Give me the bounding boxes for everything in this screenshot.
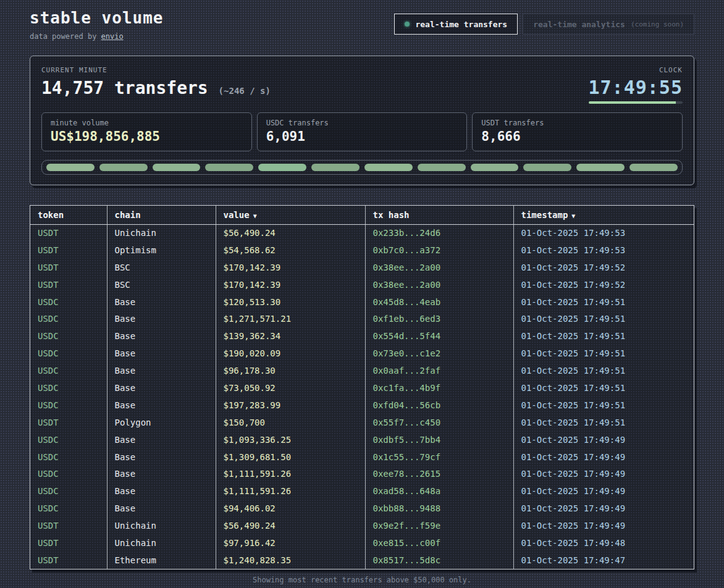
stat-value: 8,666 (481, 129, 673, 144)
tx-hash-cell[interactable]: 0xb7c0...a372 (365, 242, 513, 259)
tx-hash-cell[interactable]: 0x554d...5f44 (365, 327, 513, 345)
value-cell: $1,111,591.26 (216, 482, 365, 500)
table-row: USDCBase$1,111,591.260xee78...261501-Oct… (30, 465, 694, 482)
chain-cell: Base (107, 500, 216, 517)
value-cell: $56,490.24 (216, 224, 365, 242)
value-cell: $1,309,681.50 (216, 448, 365, 466)
table-body: USDTUnichain$56,490.240x233b...24d601-Oc… (30, 224, 694, 569)
timestamp-cell: 01-Oct-2025 17:49:49 (513, 517, 694, 534)
chain-cell: Polygon (107, 414, 216, 431)
tx-hash-cell[interactable]: 0xe815...c00f (365, 534, 513, 552)
table-row: USDCBase$190,020.090x73e0...c1e201-Oct-2… (30, 345, 694, 362)
tx-hash-cell[interactable]: 0x9e2f...f59e (365, 517, 513, 534)
column-label: value (224, 210, 250, 220)
value-cell: $1,271,571.21 (216, 310, 365, 327)
tx-hash-cell[interactable]: 0xfd04...56cb (365, 397, 513, 414)
token-cell: USDT (30, 534, 107, 552)
token-cell: USDC (30, 310, 107, 327)
tx-hash-cell[interactable]: 0xee78...2615 (365, 465, 513, 482)
timestamp-cell: 01-Oct-2025 17:49:53 (513, 242, 694, 259)
token-cell: USDT (30, 517, 107, 534)
token-cell: USDC (30, 482, 107, 500)
activity-segment (99, 164, 148, 171)
activity-segment (364, 164, 413, 171)
chain-cell: Unichain (107, 534, 216, 552)
table-row: USDCBase$73,050.920xc1fa...4b9f01-Oct-20… (30, 379, 694, 397)
tab-transfers-label: real-time transfers (415, 20, 507, 29)
chain-cell: Unichain (107, 517, 216, 534)
activity-segment (311, 164, 360, 171)
tx-hash-cell[interactable]: 0xf1eb...6ed3 (365, 310, 513, 327)
stat-minute-volume: minute volume US$198,856,885 (41, 112, 252, 151)
tab-real-time-analytics[interactable]: real-time analytics (coming soon) (523, 14, 694, 35)
timestamp-cell: 01-Oct-2025 17:49:47 (513, 552, 694, 569)
table-row: USDTUnichain$97,916.420xe815...c00f01-Oc… (30, 534, 694, 552)
timestamp-cell: 01-Oct-2025 17:49:51 (513, 345, 694, 362)
token-cell: USDT (30, 259, 107, 276)
timestamp-cell: 01-Oct-2025 17:49:51 (513, 327, 694, 345)
table-row: USDCBase$120,513.300x45d8...4eab01-Oct-2… (30, 293, 694, 311)
footer-note: Showing most recent transfers above $50,… (0, 576, 724, 584)
timestamp-cell: 01-Oct-2025 17:49:51 (513, 362, 694, 379)
tx-hash-cell[interactable]: 0xbb88...9488 (365, 500, 513, 517)
tx-hash-cell[interactable]: 0x0aaf...2faf (365, 362, 513, 379)
chain-cell: Base (107, 293, 216, 311)
tx-hash-cell[interactable]: 0x55f7...c450 (365, 414, 513, 431)
tx-hash-cell[interactable]: 0x73e0...c1e2 (365, 345, 513, 362)
value-cell: $1,093,336.25 (216, 431, 365, 448)
timestamp-cell: 01-Oct-2025 17:49:49 (513, 500, 694, 517)
tx-hash-cell[interactable]: 0x45d8...4eab (365, 293, 513, 311)
tab-bar: real-time transfers real-time analytics … (394, 14, 694, 35)
value-cell: $197,283.99 (216, 397, 365, 414)
tx-hash-cell[interactable]: 0x38ee...2a00 (365, 276, 513, 293)
chain-cell: Base (107, 431, 216, 448)
column-header-timestamp[interactable]: timestamp▼ (513, 206, 694, 224)
table-row: USDTEthereum$1,240,828.350x8517...5d8c01… (30, 552, 694, 569)
token-cell: USDC (30, 431, 107, 448)
clock-block: CLOCK 17:49:55 (589, 66, 683, 104)
chain-cell: BSC (107, 276, 216, 293)
powered-by-prefix: data powered by (30, 32, 101, 41)
token-cell: USDC (30, 500, 107, 517)
activity-segment (471, 164, 519, 171)
tx-hash-cell[interactable]: 0xc1fa...4b9f (365, 379, 513, 397)
chain-cell: Base (107, 362, 216, 379)
table-row: USDTBSC$170,142.390x38ee...2a0001-Oct-20… (30, 276, 694, 293)
chain-cell: Base (107, 379, 216, 397)
activity-segment (523, 164, 571, 171)
transfer-count-unit: transfers (104, 78, 218, 98)
stat-value: US$198,856,885 (51, 129, 243, 144)
column-header-chain: chain (107, 206, 216, 224)
tx-hash-cell[interactable]: 0x38ee...2a00 (365, 259, 513, 276)
tab-real-time-transfers[interactable]: real-time transfers (394, 14, 518, 35)
top-bar: stable volume data powered by envio real… (0, 0, 724, 41)
table-row: USDTUnichain$56,490.240x9e2f...f59e01-Oc… (30, 517, 694, 534)
value-cell: $1,240,828.35 (216, 552, 365, 569)
tx-hash-cell[interactable]: 0xdbf5...7bb4 (365, 431, 513, 448)
sort-desc-icon: ▼ (253, 212, 257, 219)
tx-hash-cell[interactable]: 0xad58...648a (365, 482, 513, 500)
value-cell: $73,050.92 (216, 379, 365, 397)
column-header-value[interactable]: value▼ (216, 206, 365, 224)
table-row: USDTBSC$170,142.390x38ee...2a0001-Oct-20… (30, 259, 694, 276)
value-cell: $190,020.09 (216, 345, 365, 362)
stat-usdt-transfers: USDT transfers 8,666 (472, 112, 683, 151)
token-cell: USDC (30, 465, 107, 482)
token-cell: USDT (30, 414, 107, 431)
chain-cell: Unichain (107, 224, 216, 242)
timestamp-cell: 01-Oct-2025 17:49:52 (513, 276, 694, 293)
tx-hash-cell[interactable]: 0x8517...5d8c (365, 552, 513, 569)
brand-block: stable volume data powered by envio (30, 9, 164, 41)
column-header-token: token (30, 206, 107, 224)
transfers-table: tokenchainvalue▼tx hashtimestamp▼ USDTUn… (30, 206, 694, 569)
transfer-count-number: 14,757 (41, 78, 104, 98)
timestamp-cell: 01-Oct-2025 17:49:49 (513, 482, 694, 500)
tx-hash-cell[interactable]: 0x233b...24d6 (365, 224, 513, 242)
table-row: USDCBase$197,283.990xfd04...56cb01-Oct-2… (30, 397, 694, 414)
token-cell: USDC (30, 293, 107, 311)
column-label: token (38, 210, 64, 220)
token-cell: USDC (30, 345, 107, 362)
tx-hash-cell[interactable]: 0x1c55...79cf (365, 448, 513, 466)
envio-link[interactable]: envio (101, 32, 124, 41)
chain-cell: Base (107, 465, 216, 482)
